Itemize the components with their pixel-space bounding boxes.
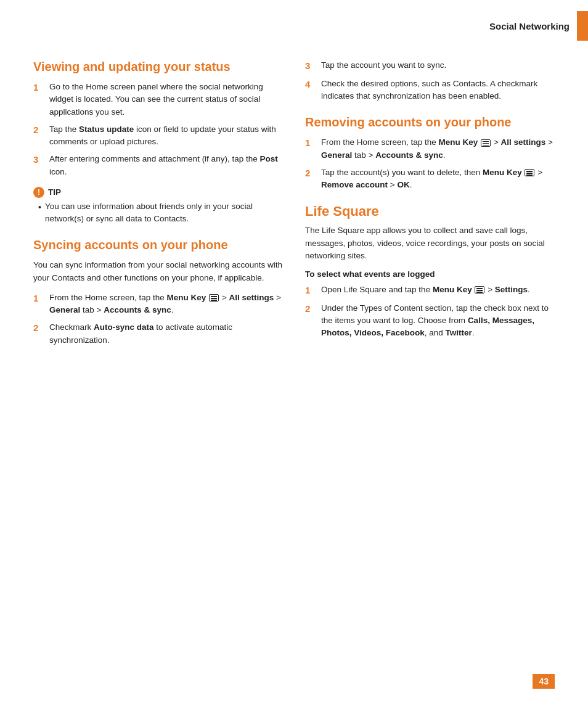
section-viewing-title: Viewing and updating your status [33, 59, 283, 75]
page-number: 43 [533, 674, 555, 689]
life-square-description: The Life Square app allows you to collec… [305, 224, 555, 262]
viewing-status-list: 1 Go to the Home screen panel where the … [33, 81, 283, 178]
list-item: 4 Check the desired options, such as Con… [305, 78, 555, 103]
step-text: From the Home screen, tap the Menu Key >… [49, 292, 283, 317]
list-item: 2 Tap the account(s) you want to delete,… [305, 166, 555, 192]
syncing-continued-list: 3 Tap the account you want to sync. 4 Ch… [305, 59, 555, 102]
step-number: 2 [305, 302, 319, 316]
step-text: Under the Types of Content section, tap … [321, 302, 555, 340]
list-item: 2 Under the Types of Content section, ta… [305, 302, 555, 340]
step-number: 1 [33, 81, 47, 94]
list-item: 1 From the Home screen, tap the Menu Key… [33, 292, 283, 317]
step-number: 4 [305, 78, 319, 91]
syncing-description: You can sync information from your socia… [33, 259, 283, 284]
header-title: Social Networking [489, 21, 570, 31]
step-text: From the Home screen, tap the Menu Key >… [321, 136, 555, 162]
step-number: 1 [305, 284, 319, 297]
section-syncing-title: Syncing accounts on your phone [33, 237, 283, 253]
list-item: 3 After entering comments and attachment… [33, 153, 283, 178]
tip-box: ! TIP • You can use information about fr… [33, 187, 283, 226]
syncing-list: 1 From the Home screen, tap the Menu Key… [33, 292, 283, 347]
tip-text: You can use information about friends on… [45, 200, 283, 226]
menu-key-icon [475, 286, 484, 293]
tip-icon: ! [33, 187, 44, 198]
footer: 43 [533, 674, 555, 689]
section-life-square: Life Square The Life Square app allows y… [305, 203, 555, 339]
life-square-list: 1 Open Life Square and tap the Menu Key … [305, 284, 555, 340]
step-text: Tap the account(s) you want to delete, t… [321, 166, 555, 192]
menu-key-icon [209, 294, 219, 302]
left-column: Viewing and updating your status 1 Go to… [33, 59, 283, 355]
step-number: 3 [33, 153, 47, 166]
step-text: Tap the Status update icon or field to u… [49, 123, 283, 149]
tip-title: ! TIP [33, 187, 283, 198]
menu-key-icon [481, 139, 491, 147]
step-text: Open Life Square and tap the Menu Key > … [321, 284, 555, 296]
section-removing-title: Removing accounts on your phone [305, 115, 555, 130]
bullet: • [38, 201, 41, 214]
step-number: 3 [305, 59, 319, 73]
step-number: 1 [305, 136, 319, 150]
list-item: 1 Go to the Home screen panel where the … [33, 81, 283, 118]
section-syncing: Syncing accounts on your phone You can s… [33, 237, 283, 347]
step-text: After entering comments and attachment (… [49, 153, 283, 178]
section-removing: Removing accounts on your phone 1 From t… [305, 115, 555, 191]
list-item: 2 Tap the Status update icon or field to… [33, 123, 283, 149]
page-header: Social Networking [0, 0, 588, 47]
step-number: 2 [305, 166, 319, 180]
list-item: 1 From the Home screen, tap the Menu Key… [305, 136, 555, 162]
step-number: 2 [33, 321, 47, 335]
tip-label: TIP [48, 187, 61, 197]
step-text: Go to the Home screen panel where the so… [49, 81, 283, 118]
step-text: Tap the account you want to sync. [321, 59, 555, 72]
step-number: 2 [33, 123, 47, 137]
step-number: 1 [33, 292, 47, 305]
removing-list: 1 From the Home screen, tap the Menu Key… [305, 136, 555, 191]
list-item: 2 Checkmark Auto-sync data to activate a… [33, 321, 283, 347]
list-item: 3 Tap the account you want to sync. [305, 59, 555, 73]
main-content: Viewing and updating your status 1 Go to… [0, 47, 588, 374]
header-accent-bar [577, 11, 588, 41]
tip-item: • You can use information about friends … [38, 200, 283, 226]
life-square-sub-heading: To select what events are logged [305, 269, 555, 279]
step-text: Checkmark Auto-sync data to activate aut… [49, 321, 283, 347]
section-life-square-title: Life Square [305, 203, 555, 220]
step-text: Check the desired options, such as Conta… [321, 78, 555, 103]
tip-list: • You can use information about friends … [33, 200, 283, 226]
section-viewing-status: Viewing and updating your status 1 Go to… [33, 59, 283, 225]
right-column: 3 Tap the account you want to sync. 4 Ch… [305, 59, 555, 355]
menu-key-icon [525, 169, 534, 176]
list-item: 1 Open Life Square and tap the Menu Key … [305, 284, 555, 297]
